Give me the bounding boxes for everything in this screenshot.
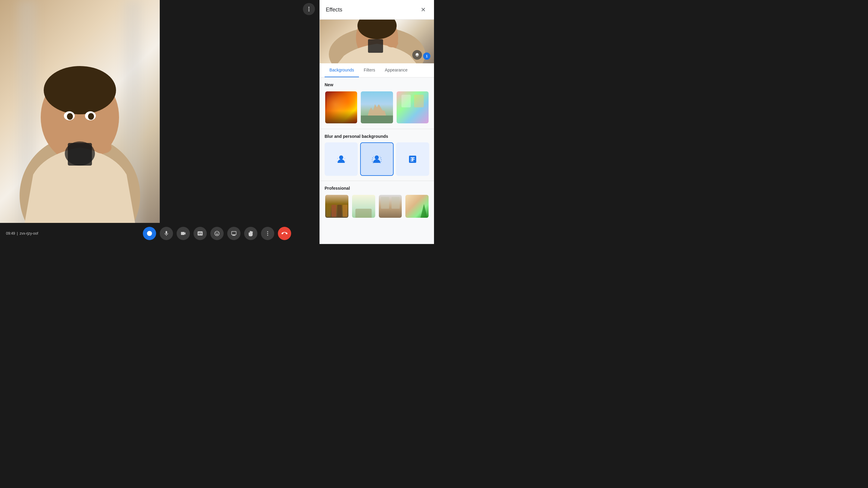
professional-section-title: Professional (324, 186, 429, 191)
emoji-button[interactable] (210, 227, 224, 240)
panel-title: Effects (326, 7, 342, 13)
svg-point-35 (381, 161, 381, 162)
blur-bg-option[interactable] (360, 142, 393, 175)
new-bg-3[interactable] (396, 91, 429, 124)
svg-point-30 (372, 157, 373, 159)
svg-rect-4 (68, 143, 92, 166)
svg-point-34 (372, 161, 373, 162)
video-background (0, 0, 160, 244)
svg-point-8 (67, 113, 73, 120)
prof-bg-4[interactable] (405, 194, 429, 219)
layers-button[interactable] (412, 50, 422, 60)
present-button[interactable] (227, 227, 241, 240)
raise-hand-button[interactable] (244, 227, 257, 240)
svg-point-23 (337, 158, 338, 159)
svg-point-27 (337, 161, 338, 162)
blur-section: Blur and personal backgrounds (320, 129, 434, 180)
svg-point-9 (88, 113, 94, 120)
svg-point-28 (345, 161, 346, 162)
close-panel-button[interactable]: ✕ (418, 5, 428, 15)
meeting-time: 09:49 (6, 231, 15, 235)
blur-options-grid (324, 142, 429, 175)
professional-backgrounds-grid (324, 194, 429, 219)
svg-rect-20 (368, 39, 383, 53)
prof-bg-1[interactable] (324, 194, 349, 219)
svg-point-31 (380, 157, 381, 159)
svg-point-37 (380, 162, 381, 163)
mic-on-button[interactable] (143, 227, 156, 240)
svg-point-32 (372, 159, 373, 160)
svg-point-15 (267, 233, 268, 234)
svg-point-36 (373, 162, 374, 163)
svg-point-2 (44, 66, 116, 114)
svg-point-10 (308, 7, 309, 8)
panel-header: Effects ✕ (320, 0, 434, 20)
svg-point-16 (267, 235, 268, 235)
svg-point-29 (375, 155, 379, 160)
svg-point-14 (267, 231, 268, 232)
meeting-code: zvx-rjzy-oof (20, 231, 38, 235)
camera-button[interactable] (177, 227, 190, 240)
preview-area: 1 (320, 20, 434, 63)
tab-appearance[interactable]: Appearance (380, 63, 412, 77)
svg-point-11 (308, 8, 309, 9)
end-call-button[interactable] (278, 227, 291, 240)
prof-bg-3[interactable] (378, 194, 403, 219)
svg-point-33 (381, 159, 382, 160)
new-section-title: New (324, 82, 429, 87)
tab-filters[interactable]: Filters (359, 63, 380, 77)
upload-bg-option[interactable] (396, 142, 429, 175)
svg-point-38 (373, 156, 374, 156)
effects-panel: Effects ✕ 1 Backgrounds Filters Appearan… (319, 0, 434, 244)
prof-bg-2[interactable] (351, 194, 376, 219)
captions-button[interactable] (193, 227, 207, 240)
new-backgrounds-grid (324, 91, 429, 124)
participant-video (15, 39, 145, 226)
svg-point-24 (344, 158, 345, 159)
tabs-row: Backgrounds Filters Appearance (320, 63, 434, 78)
new-section: New (320, 78, 434, 129)
svg-point-13 (147, 231, 152, 236)
svg-point-5 (93, 141, 112, 153)
svg-point-21 (386, 39, 398, 47)
svg-point-39 (380, 156, 380, 156)
no-blur-option[interactable] (324, 142, 358, 175)
professional-section: Professional (320, 181, 434, 224)
new-bg-2[interactable] (360, 91, 393, 124)
divider-1: | (17, 231, 18, 235)
blur-section-title: Blur and personal backgrounds (324, 134, 429, 139)
video-area: Dima Eremin (0, 0, 160, 244)
more-button[interactable] (261, 227, 274, 240)
new-bg-1[interactable] (324, 91, 358, 124)
svg-point-22 (339, 155, 343, 160)
svg-point-26 (344, 160, 344, 161)
svg-point-25 (338, 160, 339, 161)
meeting-info: 09:49 | zvx-rjzy-oof (6, 231, 38, 235)
mic-button[interactable] (160, 227, 173, 240)
svg-point-12 (308, 10, 309, 11)
tab-backgrounds[interactable]: Backgrounds (324, 63, 359, 77)
more-options-button[interactable] (303, 3, 315, 15)
layers-count-badge: 1 (423, 53, 430, 60)
